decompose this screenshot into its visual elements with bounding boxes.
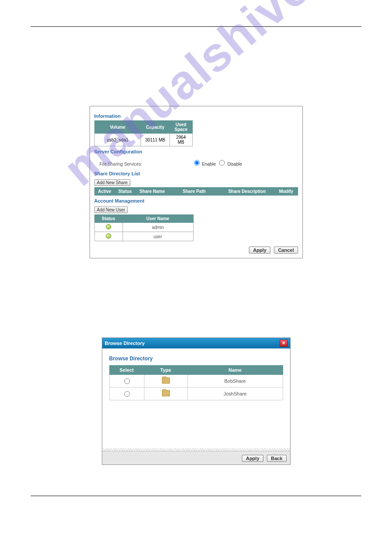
browse-directory-panel: Browse Directory ✕ Browse Directory Sele… xyxy=(102,337,291,465)
page-header-rule xyxy=(31,26,361,27)
apply-button[interactable]: Apply xyxy=(249,247,270,254)
col-share-name: Share Name xyxy=(135,188,169,196)
user-active-icon xyxy=(106,233,111,239)
enable-label: Enable xyxy=(202,162,216,167)
section-title-share-directory: Share Directory List xyxy=(94,171,298,176)
col-share-description: Share Description xyxy=(219,188,275,196)
enable-radio[interactable] xyxy=(194,160,200,166)
volume-row: usb2_sda1 30111 MB 2964 MB xyxy=(94,134,192,146)
section-title-server-config: Server Configuration xyxy=(94,149,298,154)
browse-directory-table: Select Type Name BobShare JoshShare xyxy=(109,365,283,400)
disable-radio[interactable] xyxy=(219,160,225,166)
col-user-name: User Name xyxy=(122,215,193,223)
cell-capacity: 30111 MB xyxy=(141,134,170,146)
close-icon[interactable]: ✕ xyxy=(280,340,288,347)
col-share-path: Share Path xyxy=(169,188,219,196)
disable-label: Disable xyxy=(227,162,242,167)
directory-row: BobShare xyxy=(109,375,283,388)
add-new-share-button[interactable]: Add New Share xyxy=(94,179,130,186)
col-capacity: Capacity xyxy=(141,121,170,134)
browse-directory-body: Browse Directory Select Type Name BobSha… xyxy=(102,348,290,448)
cell-used: 2964 MB xyxy=(170,134,192,146)
apply-button[interactable]: Apply xyxy=(242,455,263,462)
file-sharing-panel: Information Volume Capacity Used Space u… xyxy=(90,106,303,258)
panel2-footer: Apply Back xyxy=(102,451,290,464)
file-sharing-label: File Sharing Services: xyxy=(100,162,142,167)
cell-directory-name: BobShare xyxy=(187,375,283,388)
col-user-status: Status xyxy=(94,215,122,223)
cancel-button[interactable]: Cancel xyxy=(274,247,298,254)
folder-icon xyxy=(162,377,170,384)
browse-directory-titlebar: Browse Directory ✕ xyxy=(102,338,290,348)
user-active-icon xyxy=(106,224,111,229)
col-modify: Modify xyxy=(275,188,298,196)
cell-username: user xyxy=(122,232,193,241)
col-select: Select xyxy=(109,366,144,375)
directory-row: JoshShare xyxy=(109,388,283,400)
browse-directory-heading: Browse Directory xyxy=(109,355,283,362)
browse-directory-title: Browse Directory xyxy=(105,341,145,346)
add-new-user-button[interactable]: Add New User xyxy=(94,207,128,213)
section-title-account-management: Account Management xyxy=(94,198,298,203)
user-row: admin xyxy=(94,223,193,232)
col-type: Type xyxy=(144,366,187,375)
file-sharing-row: File Sharing Services: Enable Disable xyxy=(94,156,298,168)
cell-volume: usb2_sda1 xyxy=(94,134,141,146)
information-table: Volume Capacity Used Space usb2_sda1 301… xyxy=(94,120,193,146)
cell-directory-name: JoshShare xyxy=(187,388,283,400)
select-radio[interactable] xyxy=(124,391,130,397)
user-row: user xyxy=(94,232,193,241)
col-volume: Volume xyxy=(94,121,141,134)
select-radio[interactable] xyxy=(124,378,130,384)
col-active: Active xyxy=(94,188,115,196)
page-footer-rule xyxy=(31,496,361,496)
panel1-button-row: Apply Cancel xyxy=(94,246,298,254)
back-button[interactable]: Back xyxy=(267,455,286,462)
share-directory-table: Active Status Share Name Share Path Shar… xyxy=(94,187,298,196)
section-title-information: Information xyxy=(94,113,298,119)
col-used-space: Used Space xyxy=(170,121,192,134)
account-table: Status User Name admin user xyxy=(94,214,194,241)
cell-username: admin xyxy=(122,223,193,232)
col-status: Status xyxy=(115,188,136,196)
col-name: Name xyxy=(187,366,283,375)
folder-icon xyxy=(162,390,170,396)
